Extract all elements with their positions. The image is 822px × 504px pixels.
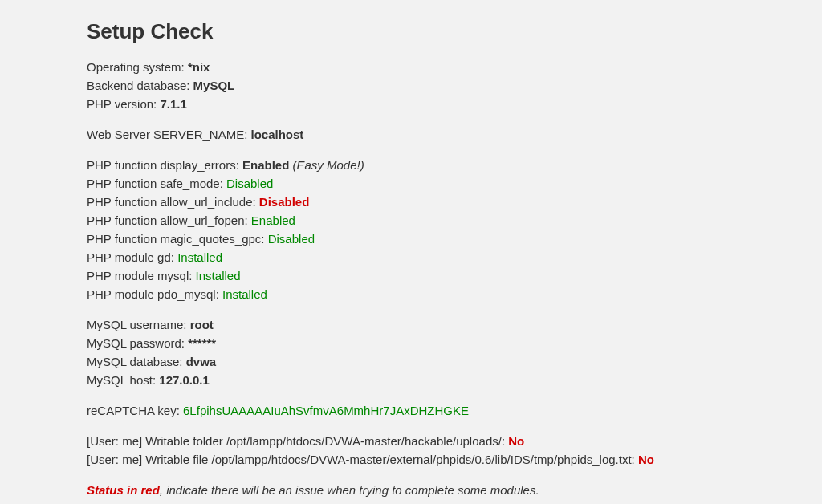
mysql-pass-row: MySQL password: ****** [87, 335, 822, 352]
php-version-value: 7.1.1 [160, 97, 186, 111]
php-safe-mode-value: Disabled [226, 177, 273, 190]
status-note-rest: , indicate there will be an issue when t… [160, 483, 539, 497]
mysql-block: MySQL username: root MySQL password: ***… [87, 316, 822, 388]
backend-row: Backend database: MySQL [87, 77, 822, 94]
writable-folder-value: No [508, 434, 524, 448]
mysql-db-row: MySQL database: dvwa [87, 353, 822, 370]
mysql-host-label: MySQL host: [87, 373, 159, 387]
os-value: *nix [188, 60, 210, 74]
php-safe-mode-label: PHP function safe_mode: [87, 177, 226, 190]
server-name-value: localhost [251, 128, 304, 141]
mysql-user-label: MySQL username: [87, 318, 190, 331]
mysql-db-label: MySQL database: [87, 355, 186, 368]
php-mod-mysql-row: PHP module mysql: Installed [87, 267, 822, 284]
recaptcha-label: reCAPTCHA key: [87, 404, 183, 417]
recaptcha-row: reCAPTCHA key: 6LfpihsUAAAAAIuAhSvfmvA6M… [87, 402, 822, 419]
setup-check-page: Setup Check Operating system: *nix Backe… [0, 0, 822, 504]
writable-folder-label: [User: me] Writable folder /opt/lampp/ht… [87, 434, 508, 448]
php-allow-url-include-value: Disabled [259, 195, 310, 209]
php-mod-mysql-value: Installed [196, 269, 241, 282]
php-mod-gd-label: PHP module gd: [87, 250, 177, 264]
writable-folder-row: [User: me] Writable folder /opt/lampp/ht… [87, 433, 822, 449]
php-allow-url-fopen-label: PHP function allow_url_fopen: [87, 213, 251, 227]
php-display-errors-row: PHP function display_errors: Enabled (Ea… [87, 156, 822, 173]
mysql-host-value: 127.0.0.1 [159, 373, 210, 387]
php-allow-url-include-row: PHP function allow_url_include: Disabled [87, 193, 822, 210]
php-safe-mode-row: PHP function safe_mode: Disabled [87, 175, 822, 192]
php-magic-quotes-row: PHP function magic_quotes_gpc: Disabled [87, 230, 822, 247]
php-version-label: PHP version: [87, 97, 160, 111]
page-heading: Setup Check [87, 19, 822, 44]
mysql-host-row: MySQL host: 127.0.0.1 [87, 372, 822, 388]
php-allow-url-fopen-value: Enabled [251, 213, 295, 227]
system-info-block: Operating system: *nix Backend database:… [87, 59, 822, 112]
php-mod-mysql-label: PHP module mysql: [87, 269, 196, 282]
php-display-errors-value: Enabled [242, 158, 289, 172]
mysql-db-value: dvwa [186, 355, 217, 368]
status-note-prefix: Status in red [87, 483, 160, 497]
status-note-block: Status in red, indicate there will be an… [87, 482, 822, 498]
server-name-label: Web Server SERVER_NAME: [87, 128, 251, 141]
php-display-errors-label: PHP function display_errors: [87, 158, 242, 172]
writable-file-label: [User: me] Writable file /opt/lampp/htdo… [87, 453, 638, 466]
server-name-block: Web Server SERVER_NAME: localhost [87, 126, 822, 143]
php-mod-pdo-mysql-label: PHP module pdo_mysql: [87, 287, 222, 301]
mysql-pass-value: ****** [188, 336, 216, 350]
recaptcha-value: 6LfpihsUAAAAAIuAhSvfmvA6MmhHr7JAxDHZHGKE [183, 404, 469, 417]
php-magic-quotes-label: PHP function magic_quotes_gpc: [87, 232, 268, 246]
php-functions-block: PHP function display_errors: Enabled (Ea… [87, 156, 822, 303]
server-name-row: Web Server SERVER_NAME: localhost [87, 126, 822, 143]
backend-value: MySQL [193, 79, 235, 92]
php-mod-pdo-mysql-row: PHP module pdo_mysql: Installed [87, 286, 822, 303]
writable-file-value: No [638, 453, 654, 466]
mysql-user-row: MySQL username: root [87, 316, 822, 333]
writable-file-row: [User: me] Writable file /opt/lampp/htdo… [87, 451, 822, 468]
mysql-user-value: root [190, 318, 214, 331]
php-allow-url-fopen-row: PHP function allow_url_fopen: Enabled [87, 212, 822, 229]
php-allow-url-include-label: PHP function allow_url_include: [87, 195, 259, 209]
recaptcha-block: reCAPTCHA key: 6LfpihsUAAAAAIuAhSvfmvA6M… [87, 402, 822, 419]
os-label: Operating system: [87, 60, 188, 74]
php-version-row: PHP version: 7.1.1 [87, 96, 822, 112]
backend-label: Backend database: [87, 79, 193, 92]
os-row: Operating system: *nix [87, 59, 822, 75]
php-mod-gd-row: PHP module gd: Installed [87, 249, 822, 266]
php-mod-pdo-mysql-value: Installed [222, 287, 267, 301]
writable-block: [User: me] Writable folder /opt/lampp/ht… [87, 433, 822, 468]
mysql-pass-label: MySQL password: [87, 336, 188, 350]
php-mod-gd-value: Installed [177, 250, 222, 264]
php-magic-quotes-value: Disabled [268, 232, 315, 246]
php-display-errors-note: (Easy Mode!) [289, 158, 364, 172]
